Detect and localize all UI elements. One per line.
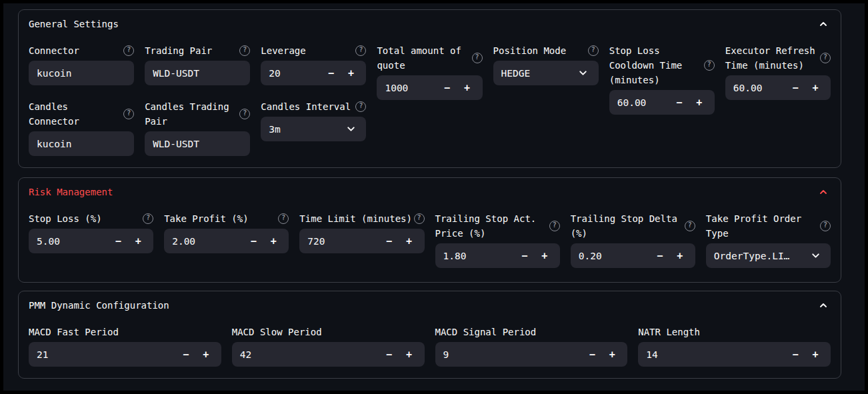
- trailing-stop-act-price-input[interactable]: 1.80−+: [435, 243, 560, 268]
- chevron-down-icon[interactable]: [573, 61, 593, 85]
- field-label: Connector: [29, 43, 123, 58]
- field-candles-interval: Candles Interval?3m: [261, 99, 366, 141]
- total-amount-of-quote-input[interactable]: 1000−+: [377, 75, 482, 100]
- field-column: Total amount of quote?1000−+: [377, 43, 482, 156]
- stepper-decrement-button[interactable]: −: [379, 229, 399, 253]
- help-icon[interactable]: ?: [685, 221, 695, 231]
- executor-refresh-time-minutes-input[interactable]: 60.00−+: [725, 75, 831, 100]
- collapse-section-button[interactable]: [816, 298, 831, 313]
- field-column: MACD Fast Period21−+: [29, 325, 221, 367]
- chevron-down-icon[interactable]: [341, 117, 361, 141]
- macd-slow-period-input[interactable]: 42−+: [232, 342, 425, 367]
- field-connector: Connector?kucoin: [29, 43, 134, 85]
- collapse-section-button[interactable]: [816, 17, 831, 31]
- help-icon[interactable]: ?: [588, 45, 599, 56]
- help-icon[interactable]: ?: [820, 221, 831, 231]
- field-value: kucoin: [37, 68, 126, 79]
- help-icon[interactable]: ?: [123, 45, 134, 56]
- stepper-increment-button[interactable]: +: [128, 229, 148, 253]
- trading-pair-input[interactable]: WLD-USDT: [145, 61, 250, 85]
- field-label-row: MACD Slow Period: [232, 325, 425, 339]
- stepper-increment-button[interactable]: +: [602, 342, 622, 367]
- candles-interval-select[interactable]: 3m: [261, 117, 366, 141]
- field-value: 60.00: [733, 83, 785, 93]
- help-icon[interactable]: ?: [549, 221, 560, 231]
- candles-connector-input[interactable]: kucoin: [29, 131, 134, 156]
- help-icon[interactable]: ?: [278, 213, 289, 224]
- field-label-row: Take Profit (%)?: [164, 211, 289, 226]
- candles-trading-pair-input[interactable]: WLD-USDT: [145, 131, 250, 156]
- take-profit-input[interactable]: 2.00−+: [164, 229, 289, 253]
- field-label: Stop Loss Cooldown Time (minutes): [609, 43, 703, 87]
- chevron-down-icon[interactable]: [805, 243, 825, 268]
- macd-fast-period-input[interactable]: 21−+: [29, 342, 221, 367]
- field-label-row: Time Limit (minutes)?: [299, 211, 424, 226]
- stepper-decrement-button[interactable]: −: [669, 90, 689, 115]
- stepper-increment-button[interactable]: +: [805, 342, 825, 367]
- stepper-decrement-button[interactable]: −: [243, 229, 263, 253]
- field-column: Trailing Stop Act. Price (%)?1.80−+: [435, 211, 560, 268]
- field-column: MACD Signal Period9−+: [435, 325, 628, 367]
- field-label: Trading Pair: [145, 43, 239, 58]
- stepper-decrement-button[interactable]: −: [515, 243, 535, 268]
- field-value: 5.00: [37, 236, 108, 247]
- fields-row: Connector?kucoinCandles Connector?kucoin…: [29, 43, 831, 156]
- field-take-profit-order-type: Take Profit Order Type?OrderType.LI…: [706, 211, 831, 268]
- field-label: MACD Signal Period: [435, 325, 617, 339]
- field-value: 3m: [269, 124, 341, 135]
- stop-loss-input[interactable]: 5.00−+: [29, 229, 153, 253]
- help-icon[interactable]: ?: [123, 109, 134, 119]
- fields-row: MACD Fast Period21−+MACD Slow Period42−+…: [29, 325, 831, 367]
- help-icon[interactable]: ?: [355, 45, 366, 56]
- stop-loss-cooldown-time-minutes-input[interactable]: 60.00−+: [609, 90, 715, 115]
- stepper-increment-button[interactable]: +: [457, 75, 477, 100]
- help-icon[interactable]: ?: [143, 213, 153, 224]
- help-icon[interactable]: ?: [355, 101, 366, 112]
- stepper-increment-button[interactable]: +: [535, 243, 555, 268]
- stepper-increment-button[interactable]: +: [399, 229, 419, 253]
- stepper-increment-button[interactable]: +: [399, 342, 419, 367]
- stepper-decrement-button[interactable]: −: [785, 342, 805, 367]
- field-label-row: MACD Fast Period: [29, 325, 221, 339]
- position-mode-select[interactable]: HEDGE: [493, 61, 599, 85]
- field-label-row: Candles Interval?: [261, 99, 366, 114]
- stepper-decrement-button[interactable]: −: [176, 342, 196, 367]
- trailing-stop-delta-input[interactable]: 0.20−+: [571, 243, 695, 268]
- field-value: 42: [240, 349, 379, 360]
- field-column: Leverage?20−+Candles Interval?3m: [261, 43, 366, 156]
- field-label-row: Trailing Stop Delta (%)?: [571, 211, 695, 241]
- stepper-decrement-button[interactable]: −: [582, 342, 602, 367]
- natr-length-input[interactable]: 14−+: [638, 342, 831, 367]
- stepper-decrement-button[interactable]: −: [650, 243, 670, 268]
- time-limit-minutes-input[interactable]: 720−+: [299, 229, 424, 253]
- leverage-input[interactable]: 20−+: [261, 61, 366, 85]
- field-column: Connector?kucoinCandles Connector?kucoin: [29, 43, 134, 156]
- collapse-section-button[interactable]: [816, 185, 831, 199]
- help-icon[interactable]: ?: [820, 53, 831, 63]
- stepper-increment-button[interactable]: +: [263, 229, 283, 253]
- section-general-settings: General SettingsConnector?kucoinCandles …: [18, 9, 841, 168]
- field-label: Take Profit Order Type: [706, 211, 819, 241]
- stepper-increment-button[interactable]: +: [805, 75, 825, 100]
- macd-signal-period-input[interactable]: 9−+: [435, 342, 628, 367]
- stepper-decrement-button[interactable]: −: [379, 342, 399, 367]
- help-icon[interactable]: ?: [472, 53, 483, 63]
- help-icon[interactable]: ?: [239, 45, 250, 56]
- connector-input[interactable]: kucoin: [29, 61, 134, 85]
- help-icon[interactable]: ?: [704, 60, 715, 71]
- field-value: 60.00: [617, 97, 669, 108]
- stepper-decrement-button[interactable]: −: [785, 75, 805, 100]
- stepper-increment-button[interactable]: +: [670, 243, 690, 268]
- stepper-increment-button[interactable]: +: [689, 90, 709, 115]
- help-icon[interactable]: ?: [239, 109, 250, 119]
- stepper-decrement-button[interactable]: −: [108, 229, 128, 253]
- stepper-increment-button[interactable]: +: [196, 342, 216, 367]
- help-icon[interactable]: ?: [414, 213, 425, 224]
- field-label-row: Take Profit Order Type?: [706, 211, 831, 241]
- stepper-decrement-button[interactable]: −: [321, 61, 341, 85]
- take-profit-order-type-select[interactable]: OrderType.LI…: [706, 243, 831, 268]
- field-label: Position Mode: [493, 43, 587, 58]
- field-column: NATR Length14−+: [638, 325, 831, 367]
- stepper-increment-button[interactable]: +: [341, 61, 361, 85]
- stepper-decrement-button[interactable]: −: [437, 75, 457, 100]
